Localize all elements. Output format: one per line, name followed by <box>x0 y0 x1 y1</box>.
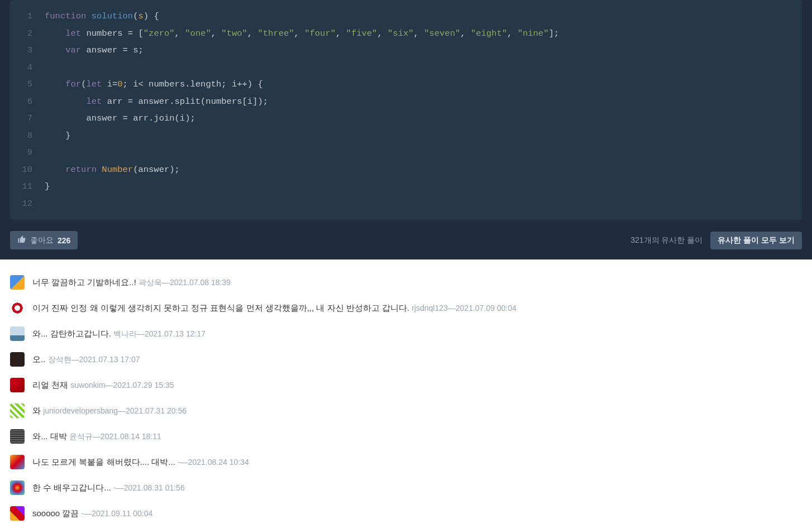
comment-meta: -―2021.09.11 00:04 <box>82 509 153 518</box>
similar-count-text: 321개의 유사한 풀이 <box>631 235 703 246</box>
comment-meta: -―2021.08.24 10:34 <box>178 458 249 467</box>
comment-row: 와... 감탄하고갑니다. 백나라―2021.07.13 12:17 <box>10 321 802 347</box>
code-content[interactable]: } <box>45 178 50 195</box>
comment-row: 나도 모르게 복붙을 해버렸다.... 대박... -―2021.08.24 1… <box>10 449 802 475</box>
line-number: 12 <box>10 195 45 213</box>
comment-meta: suwonkim―2021.07.29 15:35 <box>70 381 174 390</box>
avatar[interactable] <box>10 275 25 290</box>
code-content[interactable]: } <box>45 127 71 145</box>
thumbs-up-icon <box>17 235 26 246</box>
comment-meta: 윤석규―2021.08.14 18:11 <box>69 432 161 441</box>
line-number: 9 <box>10 144 45 161</box>
comment-text: 한 수 배우고갑니다... <box>32 483 113 492</box>
code-line: 3 var answer = s; <box>10 42 802 59</box>
line-number: 5 <box>10 76 45 93</box>
code-block[interactable]: 1function solution(s) {2 let numbers = [… <box>10 0 802 220</box>
comment-text: 리얼 천재 <box>32 380 70 390</box>
comment-body: 리얼 천재 suwonkim―2021.07.29 15:35 <box>32 380 174 391</box>
code-line: 6 let arr = answer.split(numbers[i]); <box>10 93 802 110</box>
line-number: 11 <box>10 178 45 195</box>
line-number: 8 <box>10 127 45 145</box>
right-actions: 321개의 유사한 풀이 유사한 풀이 모두 보기 <box>631 232 802 249</box>
avatar[interactable] <box>10 403 25 418</box>
line-number: 1 <box>10 8 45 25</box>
code-content[interactable]: answer = arr.join(i); <box>45 110 195 127</box>
like-button[interactable]: 좋아요 226 <box>10 231 78 249</box>
line-number: 6 <box>10 93 45 110</box>
comment-text: 와 <box>32 406 43 415</box>
comment-body: 와 juniordevelopersbang―2021.07.31 20:56 <box>32 406 187 416</box>
code-container: 1function solution(s) {2 let numbers = [… <box>0 0 812 259</box>
like-count: 226 <box>58 236 70 245</box>
comment-body: 와... 대박 윤석규―2021.08.14 18:11 <box>32 431 161 442</box>
comment-body: 한 수 배우고갑니다... -―2021.08.31 01:56 <box>32 483 185 493</box>
comment-body: sooooo 깔끔 -―2021.09.11 00:04 <box>32 508 152 519</box>
comment-row: 오.. 장석현―2021.07.13 17:07 <box>10 347 802 372</box>
comment-text: 나도 모르게 복붙을 해버렸다.... 대박... <box>32 457 178 467</box>
comment-body: 나도 모르게 복붙을 해버렸다.... 대박... -―2021.08.24 1… <box>32 457 249 468</box>
avatar[interactable] <box>10 506 25 521</box>
view-all-similar-button[interactable]: 유사한 풀이 모두 보기 <box>710 232 802 249</box>
comment-row: 와... 대박 윤석규―2021.08.14 18:11 <box>10 424 802 449</box>
code-line: 5 for(let i=0; i< numbers.length; i++) { <box>10 76 802 93</box>
comment-row: 리얼 천재 suwonkim―2021.07.29 15:35 <box>10 372 802 398</box>
code-content[interactable]: for(let i=0; i< numbers.length; i++) { <box>45 76 263 93</box>
comment-body: 이거 진짜 인정 왜 이렇게 생각히지 못하고 정규 표현식을 먼저 생각했을까… <box>32 303 517 314</box>
code-line: 2 let numbers = ["zero", "one", "two", "… <box>10 25 802 42</box>
comment-meta: juniordevelopersbang―2021.07.31 20:56 <box>43 406 187 415</box>
comment-meta: 곽상욱―2021.07.08 18:39 <box>138 278 231 287</box>
avatar[interactable] <box>10 326 25 341</box>
comment-row: 한 수 배우고갑니다... -―2021.08.31 01:56 <box>10 475 802 501</box>
comment-body: 너무 깔끔하고 기발하네요..! 곽상욱―2021.07.08 18:39 <box>32 277 231 288</box>
avatar[interactable] <box>10 480 25 495</box>
comment-text: sooooo 깔끔 <box>32 508 82 518</box>
line-number: 10 <box>10 161 45 179</box>
comment-meta: rjsdnql123―2021.07.09 00:04 <box>412 304 517 313</box>
code-content[interactable]: return Number(answer); <box>45 161 180 179</box>
comment-row: 너무 깔끔하고 기발하네요..! 곽상욱―2021.07.08 18:39 <box>10 270 802 295</box>
comment-text: 이거 진짜 인정 왜 이렇게 생각히지 못하고 정규 표현식을 먼저 생각했을까… <box>32 303 412 313</box>
code-line: 10 return Number(answer); <box>10 161 802 179</box>
comments-section: 너무 깔끔하고 기발하네요..! 곽상욱―2021.07.08 18:39이거 … <box>0 259 812 524</box>
line-number: 3 <box>10 42 45 59</box>
comment-text: 와... 감탄하고갑니다. <box>32 329 113 338</box>
code-content[interactable]: let numbers = ["zero", "one", "two", "th… <box>45 25 559 42</box>
comment-body: 와... 감탄하고갑니다. 백나라―2021.07.13 12:17 <box>32 329 206 339</box>
code-line: 4 <box>10 59 802 76</box>
comment-row: 이거 진짜 인정 왜 이렇게 생각히지 못하고 정규 표현식을 먼저 생각했을까… <box>10 295 802 321</box>
comment-text: 오.. <box>32 354 48 364</box>
code-line: 11} <box>10 178 802 195</box>
comment-row: sooooo 깔끔 -―2021.09.11 00:04 <box>10 501 802 524</box>
avatar[interactable] <box>10 429 25 444</box>
comment-body: 오.. 장석현―2021.07.13 17:07 <box>32 354 140 365</box>
code-content[interactable]: let arr = answer.split(numbers[i]); <box>45 93 268 110</box>
line-number: 2 <box>10 25 45 42</box>
avatar[interactable] <box>10 378 25 392</box>
comment-meta: 장석현―2021.07.13 17:07 <box>48 355 140 364</box>
avatar[interactable] <box>10 352 25 367</box>
line-number: 4 <box>10 59 45 76</box>
comment-meta: 백나라―2021.07.13 12:17 <box>113 329 206 338</box>
avatar[interactable] <box>10 301 25 315</box>
code-content[interactable]: function solution(s) { <box>45 8 159 25</box>
comment-text: 와... 대박 <box>32 431 69 441</box>
code-line: 12 <box>10 195 802 213</box>
comment-row: 와 juniordevelopersbang―2021.07.31 20:56 <box>10 398 802 424</box>
code-line: 1function solution(s) { <box>10 8 802 25</box>
code-content[interactable]: var answer = s; <box>45 42 144 59</box>
code-line: 9 <box>10 144 802 161</box>
action-bar: 좋아요 226 321개의 유사한 풀이 유사한 풀이 모두 보기 <box>0 220 812 259</box>
like-label: 좋아요 <box>30 235 54 246</box>
comment-meta: -―2021.08.31 01:56 <box>113 483 185 492</box>
avatar[interactable] <box>10 455 25 469</box>
code-line: 7 answer = arr.join(i); <box>10 110 802 127</box>
comment-text: 너무 깔끔하고 기발하네요..! <box>32 277 138 287</box>
code-line: 8 } <box>10 127 802 145</box>
line-number: 7 <box>10 110 45 127</box>
